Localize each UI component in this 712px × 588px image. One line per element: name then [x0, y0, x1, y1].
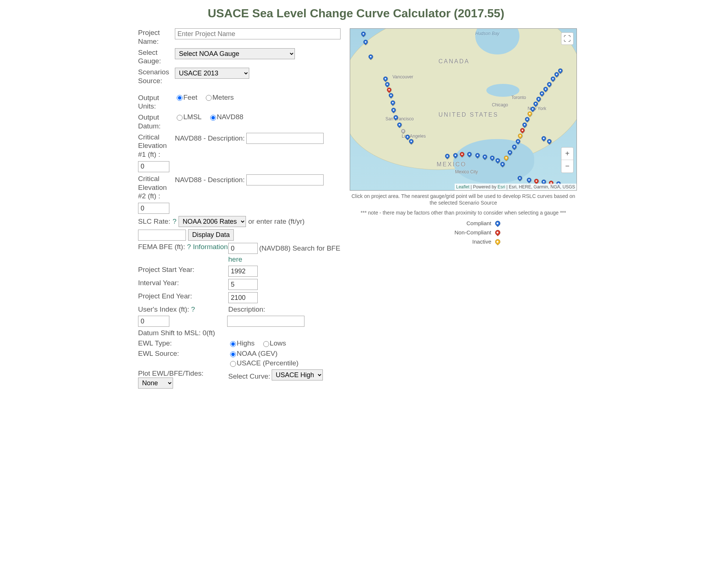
interval-year-input[interactable] [228, 279, 258, 290]
slc-rate-select[interactable]: NOAA 2006 Rates [179, 216, 246, 227]
users-index-desc-input[interactable] [227, 316, 304, 327]
map-caption: Click on project area. The nearest gauge… [350, 193, 577, 206]
plot-ewl-label: Plot EWL/BFE/Tides: [138, 369, 228, 378]
datum-shift-label: Datum Shift to MSL: 0(ft) [138, 329, 342, 337]
fema-bfe-here-link[interactable]: here [228, 255, 242, 263]
fema-bfe-label: FEMA BFE (ft): [138, 243, 187, 251]
map-label-toronto: Toronto [511, 95, 526, 100]
zoom-control: + − [561, 147, 574, 173]
users-index-help[interactable]: ? [191, 305, 195, 313]
esri-link[interactable]: Esri [498, 184, 505, 189]
ewl-source-usace-radio[interactable] [230, 361, 236, 367]
zoom-in-button[interactable]: + [561, 148, 573, 160]
output-units-feet[interactable]: Feet [175, 93, 197, 102]
critical-elev-1-input[interactable] [138, 161, 169, 172]
leaflet-link[interactable]: Leaflet [456, 184, 469, 189]
map-label-mexicocity: Mexico City [455, 169, 478, 174]
output-units-label: Output Units: [138, 93, 175, 111]
pin-blue-icon [494, 220, 501, 227]
map-label-chicago: Chicago [492, 102, 508, 107]
map-attribution: Leaflet | Powered by Esri | Esri, HERE, … [455, 184, 577, 190]
map-panel: Hudson Bay CANADA Vancouver Toronto Chic… [350, 28, 577, 391]
map-label-mexico: MEXICO [437, 161, 466, 168]
select-gauge-label: Select Gauge: [138, 48, 175, 66]
ewl-type-highs-radio[interactable] [230, 341, 236, 347]
critical-elev-1-label: Critical Elevation #1 (ft) : [138, 133, 175, 159]
map-label-sf: San Francisco [385, 116, 414, 121]
select-curve-label: Select Curve: [228, 372, 270, 380]
critical-elev-2-desc-input[interactable] [246, 174, 324, 185]
map-note: *** note - there may be factors other th… [350, 210, 577, 216]
fema-bfe-input[interactable] [228, 243, 258, 254]
ewl-type-highs[interactable]: Highs [228, 339, 255, 347]
fema-bfe-help[interactable]: ? [187, 243, 191, 251]
users-index-input[interactable] [138, 316, 169, 327]
critical-elev-1-desc-label: NAVD88 - Description: [175, 134, 245, 142]
interval-year-label: Interval Year: [138, 279, 228, 287]
legend-inactive-label: Inactive [427, 238, 491, 245]
fema-bfe-suffix: (NAVD88) Search for BFE [259, 244, 340, 252]
project-end-year-input[interactable] [228, 292, 258, 303]
fema-bfe-info-link[interactable]: Information [193, 243, 228, 251]
output-units-meters[interactable]: Meters [204, 93, 234, 102]
ewl-source-noaa[interactable]: NOAA (GEV) [228, 350, 278, 358]
output-units-meters-radio[interactable] [206, 95, 212, 101]
legend-compliant-label: Compliant [427, 220, 491, 226]
project-name-label: Project Name: [138, 28, 175, 46]
ewl-source-usace[interactable]: USACE (Percentile) [228, 359, 299, 367]
map-label-vancouver: Vancouver [392, 74, 413, 79]
output-units-feet-radio[interactable] [177, 95, 183, 101]
ewl-type-label: EWL Type: [138, 339, 228, 347]
ewl-source-label: EWL Source: [138, 350, 228, 358]
map-label-hudson: Hudson Bay [475, 31, 499, 36]
slc-rate-input[interactable] [138, 230, 186, 241]
map[interactable]: Hudson Bay CANADA Vancouver Toronto Chic… [350, 28, 577, 191]
output-datum-navd88[interactable]: NAVD88 [208, 113, 244, 121]
users-index-desc-label: Description: [228, 305, 265, 314]
output-datum-lmsl-radio[interactable] [177, 115, 183, 121]
critical-elev-2-input[interactable] [138, 203, 169, 214]
select-gauge-select[interactable]: Select NOAA Gauge [175, 48, 295, 59]
fullscreen-icon: ⛶ [564, 35, 571, 43]
ewl-type-lows[interactable]: Lows [261, 339, 286, 347]
pin-red-icon [494, 229, 501, 236]
project-end-year-label: Project End Year: [138, 292, 228, 300]
form-panel: Project Name: Select Gauge: Select NOAA … [138, 28, 342, 391]
ewl-type-lows-radio[interactable] [263, 341, 269, 347]
map-legend: Compliant Non-Compliant Inactive [350, 220, 577, 245]
ewl-source-noaa-radio[interactable] [230, 351, 236, 357]
page-title: USACE Sea Level Change Curve Calculator … [138, 7, 574, 20]
critical-elev-2-label: Critical Elevation #2 (ft) : [138, 174, 175, 201]
output-datum-navd88-radio[interactable] [210, 115, 216, 121]
project-start-year-input[interactable] [228, 266, 258, 277]
pin-yellow-icon [494, 238, 501, 245]
critical-elev-2-desc-label: NAVD88 - Description: [175, 176, 245, 184]
display-data-button[interactable]: Display Data [188, 229, 234, 241]
critical-elev-1-desc-input[interactable] [246, 133, 324, 144]
project-name-input[interactable] [175, 28, 341, 39]
slc-rate-label: SLC Rate: [138, 217, 170, 226]
slc-rate-help[interactable]: ? [173, 217, 177, 226]
output-datum-lmsl[interactable]: LMSL [175, 113, 202, 121]
map-label-us: UNITED STATES [438, 111, 498, 118]
slc-rate-orenter: or enter rate (ft/yr) [248, 217, 304, 226]
map-label-canada: CANADA [438, 58, 470, 65]
fullscreen-button[interactable]: ⛶ [561, 32, 574, 45]
plot-ewl-select[interactable]: None [138, 378, 173, 389]
scenarios-source-label: Scenarios Source: [138, 68, 175, 85]
project-start-year-label: Project Start Year: [138, 266, 228, 274]
scenarios-source-select[interactable]: USACE 2013 [175, 68, 249, 79]
zoom-out-button[interactable]: − [561, 160, 573, 173]
output-datum-label: Output Datum: [138, 113, 175, 131]
select-curve-select[interactable]: USACE High [272, 369, 323, 380]
legend-noncompliant-label: Non-Compliant [427, 229, 491, 235]
users-index-label: User's Index (ft): [138, 305, 191, 313]
